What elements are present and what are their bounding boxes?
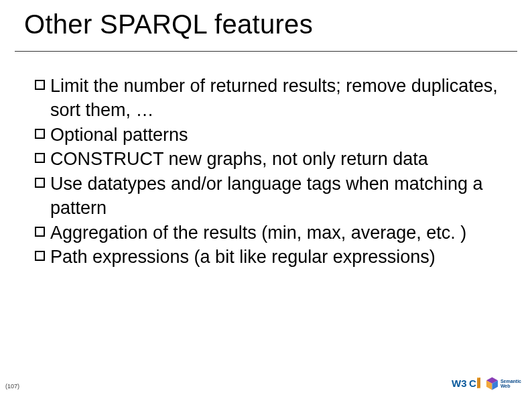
- bullet-text: Limit the number of returned results; re…: [50, 74, 508, 123]
- bullet-list: Limit the number of returned results; re…: [35, 74, 508, 270]
- bullet-text: Path expressions (a bit like regular exp…: [50, 245, 508, 269]
- sw-line1: Semantic: [501, 379, 521, 384]
- svg-text:W3: W3: [452, 378, 467, 389]
- semantic-web-text: Semantic Web: [501, 379, 521, 388]
- square-bullet-icon: [35, 251, 45, 261]
- square-bullet-icon: [35, 80, 45, 90]
- page-number: (107): [5, 383, 19, 390]
- bullet-text: Aggregation of the results (min, max, av…: [50, 221, 508, 245]
- list-item: Optional patterns: [35, 123, 508, 147]
- list-item: Use datatypes and/or language tags when …: [35, 172, 508, 221]
- sw-line2: Web: [501, 384, 521, 388]
- svg-text:C: C: [469, 378, 476, 389]
- square-bullet-icon: [35, 129, 45, 139]
- square-bullet-icon: [35, 227, 45, 237]
- title-divider: [15, 51, 517, 52]
- square-bullet-icon: [35, 153, 45, 163]
- list-item: Path expressions (a bit like regular exp…: [35, 245, 508, 269]
- list-item: CONSTRUCT new graphs, not only return da…: [35, 147, 508, 171]
- square-bullet-icon: [35, 178, 45, 188]
- semantic-web-logo-icon: Semantic Web: [485, 375, 521, 392]
- list-item: Aggregation of the results (min, max, av…: [35, 221, 508, 245]
- list-item: Limit the number of returned results; re…: [35, 74, 508, 123]
- footer-logos: W3 C Semantic Web: [452, 375, 521, 392]
- bullet-text: Optional patterns: [50, 123, 508, 147]
- bullet-text: CONSTRUCT new graphs, not only return da…: [50, 147, 508, 171]
- slide-title: Other SPARQL features: [24, 9, 313, 40]
- w3c-logo-icon: W3 C: [452, 375, 481, 392]
- bullet-text: Use datatypes and/or language tags when …: [50, 172, 508, 221]
